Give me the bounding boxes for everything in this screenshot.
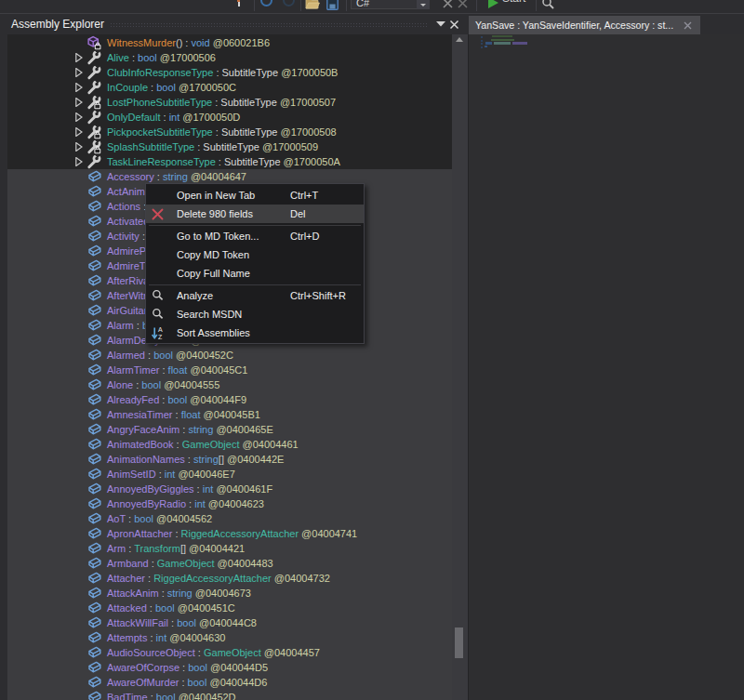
svg-text:Z: Z	[158, 334, 163, 340]
svg-text:A: A	[158, 326, 163, 333]
